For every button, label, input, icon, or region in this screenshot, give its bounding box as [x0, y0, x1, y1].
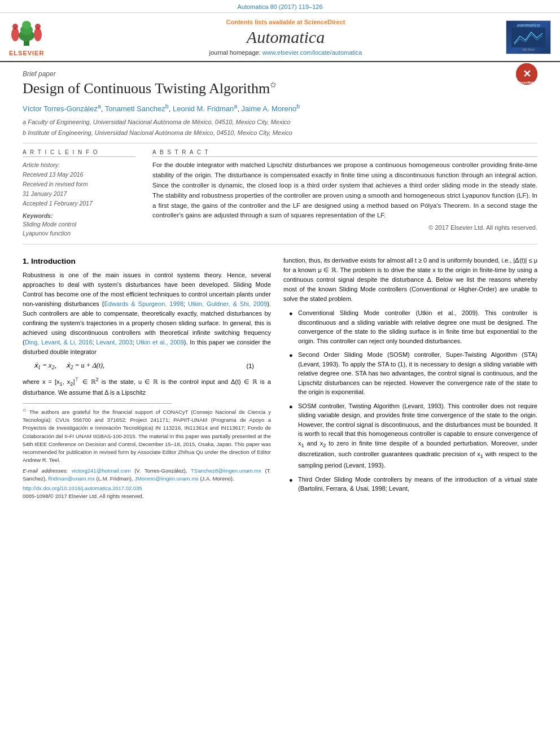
- abstract-copyright: © 2017 Elsevier Ltd. All rights reserved…: [152, 224, 537, 231]
- journal-cover-thumbnail: automatica YR PAO: [506, 20, 551, 54]
- bullet-dot-4: ●: [289, 475, 295, 493]
- bullet-item-3: ● SOSM controller, Twisting Algorithm (L…: [289, 401, 537, 470]
- received-date: Received 13 May 2016: [23, 170, 135, 180]
- ref-levant-1993-sta[interactable]: Levant, 1993: [300, 361, 336, 368]
- sciencedirect-link: Contents lists available at ScienceDirec…: [82, 19, 489, 25]
- svg-text:✕: ✕: [523, 68, 531, 80]
- elsevier-logo: ELSEVIER: [9, 18, 44, 56]
- journal-homepage-url[interactable]: www.elsevier.com/locate/automatica: [262, 49, 362, 56]
- email-4-name: (J.A. Moreno).: [200, 475, 234, 482]
- article-history: Article history: Received 13 May 2016 Re…: [23, 160, 135, 208]
- equation-1: ẋ1 = x2, ẋ2 = u + Δ(t), (1): [34, 361, 254, 370]
- elsevier-tree-icon: [10, 18, 43, 49]
- keyword-2: Lyapunov function: [23, 229, 135, 238]
- bullet-item-1: ● Conventional Sliding Mode controller (…: [289, 308, 537, 346]
- section-number: 1. Introduction: [23, 257, 76, 265]
- email-1-link[interactable]: victorg241@hotmail.com: [72, 468, 131, 474]
- sciencedirect-name[interactable]: ScienceDirect: [304, 19, 345, 25]
- bullet-dot-2: ●: [289, 351, 295, 397]
- authors-line: Víctor Torres-Gonzáleza, Tonametl Sanche…: [23, 103, 537, 113]
- bullet-item-2: ● Second Order Sliding Mode (SOSM) contr…: [289, 350, 537, 397]
- bullet-dot-3: ●: [289, 402, 295, 470]
- footnote-star: ✩ The authors are grateful for the finan…: [23, 407, 271, 465]
- elsevier-branding: ELSEVIER: [9, 18, 82, 56]
- right-column: function, thus, its derivative exists fo…: [283, 256, 537, 501]
- ref-levant-1993-disc[interactable]: Levant, 1993: [345, 462, 382, 469]
- article-header-section: Brief paper Design of Continuous Twistin…: [0, 62, 560, 244]
- footnote-divider: [23, 403, 172, 404]
- elsevier-wordmark: ELSEVIER: [9, 50, 44, 56]
- svg-point-6: [34, 28, 42, 41]
- ref-levant-1993-twisting[interactable]: Levant, 1993: [404, 403, 441, 409]
- bullet-text-1: Conventional Sliding Mode controller (Ut…: [298, 308, 537, 346]
- bullet-text-2: Second Order Sliding Mode (SOSM) control…: [298, 350, 537, 397]
- bullet-dot-1: ●: [289, 309, 295, 346]
- bullet-list: ● Conventional Sliding Mode controller (…: [289, 308, 537, 493]
- journal-thumbnail: automatica YR PAO: [489, 20, 551, 54]
- ref-ding-2016[interactable]: Ding, Levant, & Li, 2016: [25, 339, 93, 346]
- journal-header: ELSEVIER Contents lists available at Sci…: [0, 13, 560, 62]
- journal-cover-graphic: [511, 28, 545, 47]
- journal-title: Automatica: [82, 28, 489, 47]
- email-3-link[interactable]: lfridman@unam.mx: [48, 475, 95, 482]
- equation-text: ẋ1 = x2, ẋ2 = u + Δ(t),: [34, 361, 104, 370]
- abstract-divider: [23, 244, 537, 244]
- email-1-name: (V. Torres-González),: [134, 468, 191, 474]
- section-1-header: 1. Introduction: [23, 256, 271, 266]
- email-3-name: (L.M. Fridman),: [97, 475, 135, 482]
- crossmark-icon: ✕ CrossMark: [516, 63, 537, 85]
- main-content: 1. Introduction Robustness is one of the…: [0, 250, 560, 501]
- svg-point-3: [22, 21, 31, 29]
- left-column: 1. Introduction Robustness is one of the…: [23, 256, 271, 501]
- header-divider: [23, 143, 537, 143]
- citation-bar: Automatica 80 (2017) 119–126: [0, 0, 560, 13]
- abstract-title: A B S T R A C T: [152, 149, 537, 157]
- ref-bartolini-1998[interactable]: Bartolini, Ferrara, & Usai, 1998: [300, 485, 386, 492]
- svg-point-7: [35, 24, 41, 29]
- article-info-panel: A R T I C L E I N F O Article history: R…: [23, 149, 135, 238]
- footnote-emails: E-mail addresses: victorg241@hotmail.com…: [23, 467, 271, 483]
- svg-point-5: [12, 24, 18, 29]
- keywords-list: Sliding Mode control Lyapunov function: [23, 220, 135, 238]
- abstract-panel: A B S T R A C T For the double integrato…: [152, 149, 537, 238]
- history-label: Article history:: [23, 160, 135, 170]
- journal-homepage: journal homepage: www.elsevier.com/locat…: [82, 49, 489, 56]
- svg-point-4: [11, 28, 19, 41]
- footnote-doi: http://dx.doi.org/10.1016/j.automatica.2…: [23, 484, 271, 492]
- equation-number: (1): [247, 362, 254, 369]
- citation-text: Automatica 80 (2017) 119–126: [237, 3, 322, 10]
- intro-paragraph-2: where x = [x1, x2]⊤ ∈ ℝ2 is the state, u…: [23, 375, 271, 397]
- author-2[interactable]: Tonametl Sanchez: [105, 104, 165, 113]
- intro-paragraph-1: Robustness is one of the main issues in …: [23, 270, 271, 357]
- keywords-label: Keywords:: [23, 212, 135, 219]
- svg-text:CrossMark: CrossMark: [518, 81, 536, 84]
- ref-utkin-et-al-2009[interactable]: Utkin et al., 2009: [136, 339, 183, 346]
- page: Automatica 80 (2017) 119–126 EL: [0, 0, 560, 747]
- ref-utkin-2009[interactable]: Utkin, Guldner, & Shi, 2009: [188, 300, 267, 307]
- article-info-title: A R T I C L E I N F O: [23, 149, 135, 157]
- footnote-issn: 0005-1098/© 2017 Elsevier Ltd. All right…: [23, 492, 271, 500]
- article-title: Design of Continuous Twisting Algorithm✩: [23, 80, 277, 97]
- ref-levant-bullet[interactable]: Levant,: [389, 485, 409, 492]
- abstract-body: For the double integrator with matched L…: [152, 160, 537, 221]
- bullet-text-3: SOSM controller, Twisting Algorithm (Lev…: [298, 401, 537, 470]
- bullet-item-4: ● Third Order Sliding Mode controllers b…: [289, 475, 537, 493]
- email-2-link[interactable]: TSanchez8@iingen.unam.mx: [191, 468, 261, 474]
- ref-edwards-1998[interactable]: Edwards & Spurgeon, 1998: [104, 300, 183, 307]
- affiliation-a: a Faculty of Engineering, Universidad Na…: [23, 117, 537, 127]
- journal-info: Contents lists available at ScienceDirec…: [82, 19, 489, 56]
- author-4[interactable]: Jaime A. Moreno: [242, 104, 297, 113]
- author-1[interactable]: Víctor Torres-González: [23, 104, 98, 113]
- ref-utkin-bullet[interactable]: Utkin et al., 2009: [418, 309, 475, 316]
- keyword-1: Sliding Mode control: [23, 220, 135, 229]
- revised-date: Received in revised form31 January 2017: [23, 180, 135, 199]
- and-word: and: [218, 378, 228, 385]
- affiliation-b: b Institute of Engineering, Universidad …: [23, 128, 537, 138]
- email-label: E-mail addresses:: [23, 468, 68, 474]
- ref-levant-2003[interactable]: Levant, 2003: [96, 339, 132, 346]
- email-4-link[interactable]: JMoreno@iingen.unam.mx: [134, 475, 199, 482]
- accepted-date: Accepted 1 February 2017: [23, 199, 135, 208]
- doi-link[interactable]: http://dx.doi.org/10.1016/j.automatica.2…: [23, 485, 142, 491]
- author-3[interactable]: Leonid M. Fridman: [173, 104, 234, 113]
- right-col-intro: function, thus, its derivative exists fo…: [283, 256, 537, 304]
